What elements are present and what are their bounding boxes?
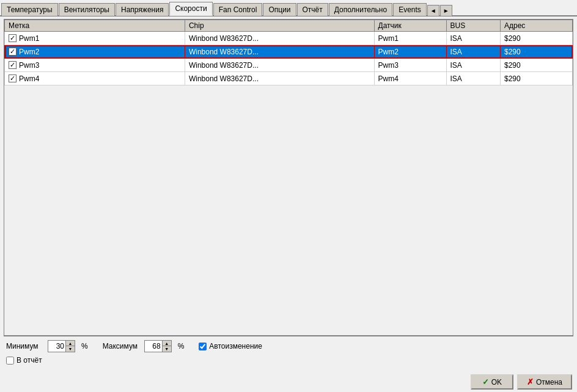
cell-address: $290 [500, 32, 572, 45]
tab-options[interactable]: Опции [263, 3, 296, 16]
tab-report[interactable]: Отчёт [297, 3, 328, 16]
table-row[interactable]: Pwm1Winbond W83627D...Pwm1ISA$290 [5, 32, 573, 45]
row-checkbox[interactable] [9, 34, 17, 42]
col-header-bus: BUS [446, 20, 500, 32]
cell-chip: Winbond W83627D... [185, 72, 374, 85]
minimum-input[interactable] [48, 341, 65, 352]
data-table: Метка Chip Датчик BUS Адрес Pwm1Winbond … [4, 20, 573, 85]
footer: ✓ OK ✗ Отмена [0, 372, 577, 392]
cell-bus: ISA [446, 45, 500, 59]
col-header-chip: Chip [185, 20, 374, 32]
cell-bus: ISA [446, 32, 500, 45]
cell-sensor: Pwm4 [374, 72, 446, 85]
tab-speeds[interactable]: Скорости [169, 2, 212, 16]
maximum-up-button[interactable]: ▲ [163, 341, 171, 346]
tab-fans[interactable]: Вентиляторы [59, 3, 115, 16]
cell-bus: ISA [446, 72, 500, 85]
report-text: В отчёт [17, 356, 42, 365]
minimum-up-button[interactable]: ▲ [66, 341, 75, 346]
minimum-down-button[interactable]: ▼ [66, 346, 75, 352]
autochange-label[interactable]: Автоизменение [199, 342, 262, 350]
ok-button[interactable]: ✓ OK [471, 374, 513, 390]
table-container: Метка Chip Датчик BUS Адрес Pwm1Winbond … [4, 19, 573, 336]
cell-address: $290 [500, 72, 572, 85]
row-label: Pwm2 [19, 48, 39, 56]
maximum-input[interactable] [145, 341, 162, 352]
autochange-text: Автоизменение [209, 342, 262, 350]
cell-address: $290 [500, 59, 572, 72]
maximum-spinner-buttons: ▲ ▼ [162, 341, 171, 352]
tab-events[interactable]: Events [393, 3, 427, 16]
tab-fan-control[interactable]: Fan Control [213, 3, 263, 16]
report-row: В отчёт [6, 356, 571, 365]
row-label: Pwm4 [19, 74, 39, 83]
table-row[interactable]: Pwm4Winbond W83627D...Pwm4ISA$290 [5, 72, 573, 85]
minimum-unit: % [81, 342, 88, 350]
minmax-row: Минимум ▲ ▼ % Максимум ▲ ▼ [6, 340, 571, 352]
cell-label: Pwm3 [5, 59, 185, 72]
table-row[interactable]: Pwm2Winbond W83627D...Pwm2ISA$290 [5, 45, 573, 59]
cell-sensor: Pwm1 [374, 32, 446, 45]
row-label: Pwm3 [19, 61, 39, 70]
cell-label: Pwm2 [5, 45, 185, 59]
cell-chip: Winbond W83627D... [185, 59, 374, 72]
table-row[interactable]: Pwm3Winbond W83627D...Pwm3ISA$290 [5, 59, 573, 72]
cancel-label: Отмена [536, 378, 562, 387]
minimum-label: Минимум [6, 342, 43, 350]
tab-overflow-right[interactable]: ► [440, 5, 452, 16]
row-checkbox[interactable] [9, 61, 17, 69]
maximum-spinner[interactable]: ▲ ▼ [144, 340, 172, 352]
cancel-icon: ✗ [527, 377, 534, 387]
cancel-button[interactable]: ✗ Отмена [517, 374, 572, 390]
tab-bar: Температуры Вентиляторы Напряжения Скоро… [0, 0, 577, 16]
maximum-label: Максимум [103, 342, 139, 350]
ok-icon: ✓ [482, 377, 489, 387]
main-window: Температуры Вентиляторы Напряжения Скоро… [0, 0, 577, 392]
cell-bus: ISA [446, 59, 500, 72]
tab-temperatures[interactable]: Температуры [1, 3, 58, 16]
cell-label: Pwm1 [5, 32, 185, 45]
cell-chip: Winbond W83627D... [185, 32, 374, 45]
tab-voltages[interactable]: Напряжения [116, 3, 169, 16]
col-header-address: Адрес [500, 20, 572, 32]
table-header-row: Метка Chip Датчик BUS Адрес [5, 20, 573, 32]
minimum-spinner-buttons: ▲ ▼ [65, 341, 75, 352]
row-label: Pwm1 [19, 34, 39, 43]
report-checkbox[interactable] [6, 357, 14, 365]
row-checkbox[interactable] [9, 48, 17, 56]
table-body: Pwm1Winbond W83627D...Pwm1ISA$290Pwm2Win… [5, 32, 573, 85]
tab-additional[interactable]: Дополнительно [329, 3, 392, 16]
cell-chip: Winbond W83627D... [185, 45, 374, 59]
report-label[interactable]: В отчёт [6, 356, 42, 365]
minimum-spinner[interactable]: ▲ ▼ [48, 340, 75, 352]
tab-overflow[interactable]: ◄ [427, 5, 439, 16]
autochange-checkbox[interactable] [199, 343, 207, 350]
ok-label: OK [491, 378, 502, 387]
col-header-label: Метка [5, 20, 185, 32]
row-checkbox[interactable] [9, 74, 17, 82]
cell-sensor: Pwm2 [374, 45, 446, 59]
maximum-unit: % [178, 342, 185, 350]
cell-label: Pwm4 [5, 72, 185, 85]
col-header-sensor: Датчик [374, 20, 446, 32]
cell-address: $290 [500, 45, 572, 59]
cell-sensor: Pwm3 [374, 59, 446, 72]
maximum-down-button[interactable]: ▼ [163, 346, 171, 352]
bottom-controls: Минимум ▲ ▼ % Максимум ▲ ▼ [4, 336, 573, 371]
